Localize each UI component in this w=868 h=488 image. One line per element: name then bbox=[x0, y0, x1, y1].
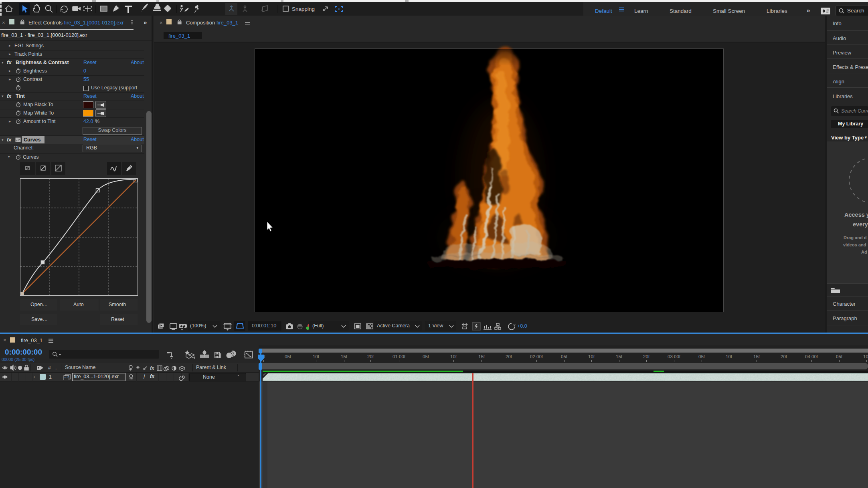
svg-text:fx: fx bbox=[150, 365, 155, 371]
svg-text:Snapping: Snapping bbox=[292, 6, 315, 12]
